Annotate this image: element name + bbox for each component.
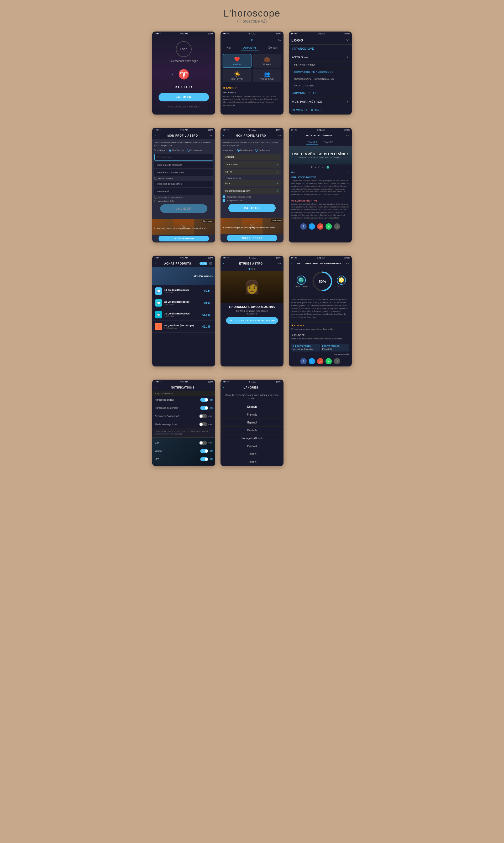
edit-icon-heure[interactable]: ✓ xyxy=(277,171,279,173)
carousel-next[interactable]: › xyxy=(194,72,196,76)
langues-back[interactable]: ‹ xyxy=(223,386,224,389)
download-btn-1[interactable]: TÉLÉCHARGER xyxy=(159,236,209,242)
menu-sub-horo-perso[interactable]: HOROSCOPE PERSONNALISÉ xyxy=(289,75,352,82)
menu-item-astro[interactable]: ASTRO ++ ∧ xyxy=(289,53,352,62)
twitter-share-btn[interactable]: t xyxy=(309,223,315,230)
etudes-aa[interactable]: AA xyxy=(278,262,281,265)
text-size-icon[interactable]: AA xyxy=(278,39,281,41)
validate-profile-btn-filled[interactable]: VALIDER xyxy=(228,204,275,212)
decouvrir-btn[interactable]: DÉCOUVREZ VOTRE HOROSCOPE xyxy=(226,317,278,324)
edit-icon-name[interactable]: ✓ xyxy=(277,156,279,158)
toggle-sound[interactable] xyxy=(199,441,207,445)
langue-item-chinois-2[interactable]: Chinois xyxy=(220,458,284,466)
close-icon[interactable]: ✕ xyxy=(346,38,349,42)
radio-femme-empty[interactable]: Une femme xyxy=(169,149,184,152)
aspect-tab-2[interactable]: Aspect 2 xyxy=(322,140,334,144)
edit-icon-date[interactable]: ✓ xyxy=(277,163,279,166)
menu-item-voyance[interactable]: VOYANCE LIVE xyxy=(289,45,352,53)
toggle-1[interactable] xyxy=(200,398,208,402)
checkbox-heure-empty[interactable]: Heure inconnue xyxy=(154,177,213,180)
product-item-4[interactable]: ❓ 50 Questions (Horoscope) 50 Questions … xyxy=(152,321,215,333)
share-btn[interactable]: ⬆ xyxy=(334,223,340,230)
checkbox-email-filled-chk[interactable] xyxy=(222,195,225,198)
field-email-filled[interactable]: monemail2@gmail.com ∨ xyxy=(222,188,282,194)
field-heure-empty[interactable]: Votre heure de naissance xyxy=(154,170,213,176)
tab-yesterday[interactable]: Hier xyxy=(224,46,233,50)
checkbox-cgv-empty[interactable]: Acceptation CGV xyxy=(154,200,213,202)
menu-sub-etudes[interactable]: ETUDES ASTRO xyxy=(289,62,352,69)
etudes-back[interactable]: ‹ xyxy=(223,262,224,265)
horo-perso-back[interactable]: ‹ xyxy=(291,134,292,137)
menu-sub-profil[interactable]: PROFIL ASTRO xyxy=(289,82,352,89)
compat-back[interactable]: ‹ xyxy=(291,262,292,265)
field-date-empty[interactable]: Votre date de naissance xyxy=(154,162,213,168)
achat-back[interactable]: ‹ xyxy=(155,262,156,265)
langue-item-espanol[interactable]: Espanol xyxy=(220,419,284,427)
facebook-share-btn[interactable]: f xyxy=(300,223,307,230)
whatsapp-share-btn[interactable]: w xyxy=(325,223,332,230)
cart-icon[interactable]: 🛒 xyxy=(209,262,213,265)
field-date-filled[interactable]: 19 oct. 1983 ✓ xyxy=(222,161,282,168)
tab-today[interactable]: Aujourd'hui xyxy=(241,46,258,50)
horo-perso-aa[interactable]: AA xyxy=(346,134,349,137)
aspect-tab-1[interactable]: Aspect 1 xyxy=(306,140,318,144)
langue-item-deutsch[interactable]: Deutsch xyxy=(220,427,284,435)
toggle-2[interactable] xyxy=(200,406,208,410)
validate-button[interactable]: VALIDER xyxy=(159,93,209,101)
notifs-back[interactable]: ‹ xyxy=(155,386,156,389)
toggle-3[interactable] xyxy=(199,414,207,418)
product-item-3[interactable]: 💬 30 Crédits (Horoscope) 30 Crédits €13.… xyxy=(152,309,215,321)
cat-bienetre[interactable]: ☀️ BIEN-ÊTRE xyxy=(222,69,251,82)
hamburger-icon[interactable]: ☰ xyxy=(223,38,226,42)
checkbox-email[interactable] xyxy=(154,196,157,198)
toggle-vibration[interactable] xyxy=(200,449,208,453)
astro-nav-next[interactable]: › xyxy=(348,171,349,174)
field-ville-empty[interactable]: Votre ville de naissance xyxy=(154,181,213,187)
compat-sh-btn[interactable]: ⬆ xyxy=(334,358,340,364)
radio-homme-filled[interactable]: Un homme xyxy=(255,149,270,152)
googleplus-share-btn[interactable]: g+ xyxy=(317,223,323,230)
compat-gp-btn[interactable]: g+ xyxy=(317,358,323,364)
field-prenom-filled[interactable]: Anabella ✓ xyxy=(222,154,282,160)
back-arrow-filled[interactable]: ‹ xyxy=(223,134,224,137)
compat-fb-btn[interactable]: f xyxy=(300,358,307,364)
langue-item-portugues[interactable]: Português (Brasil) xyxy=(220,435,284,442)
cat-amour[interactable]: ❤️ AMOUR xyxy=(222,54,251,68)
edit-icon-ville[interactable]: ✓ xyxy=(277,182,279,185)
profile-aa-empty[interactable]: AA xyxy=(210,134,213,137)
download-btn-2[interactable]: TÉLÉCHARGER xyxy=(227,235,277,241)
langue-item-chinois-1[interactable]: Chinois xyxy=(220,450,284,458)
back-arrow-empty[interactable]: ‹ xyxy=(155,134,156,137)
menu-item-params[interactable]: MES PARAMÈTRES ∨ xyxy=(289,98,352,106)
compat-wp-btn[interactable]: w xyxy=(325,358,332,364)
checkbox-heure-inconnue[interactable] xyxy=(154,177,157,180)
cat-travail[interactable]: 💼 TRAVAIL xyxy=(253,54,282,68)
checkbox-email-filled[interactable]: Acceptation relance e-mail xyxy=(222,195,282,198)
profile-aa-filled[interactable]: AA xyxy=(278,134,281,137)
dont-know-sign[interactable]: Je ne connais pas mon signe > xyxy=(152,105,215,108)
tab-tomorrow[interactable]: Demain xyxy=(267,46,280,50)
checkbox-heure-filled[interactable]: Heure inconnue xyxy=(222,177,282,179)
toggle-led[interactable] xyxy=(200,457,208,461)
checkbox-cgv[interactable] xyxy=(154,200,157,202)
checkbox-email-empty[interactable]: Acceptation relance e-mail xyxy=(154,196,213,198)
field-heure-filled[interactable]: 13 : 51 ✓ xyxy=(222,169,282,175)
field-prenom-empty[interactable]: Votre prénom xyxy=(154,154,213,160)
menu-item-tutoriel[interactable]: REVOIR LE TUTORIEL xyxy=(289,106,352,115)
compat-tw-btn[interactable]: t xyxy=(309,358,315,364)
validate-profile-btn-empty[interactable]: VALIDER xyxy=(160,205,207,213)
radio-homme-empty[interactable]: Un homme xyxy=(187,149,202,152)
carousel-prev[interactable]: ‹ xyxy=(172,72,173,76)
checkbox-heure-inconnue-filled[interactable] xyxy=(222,177,225,179)
checkbox-cgv-filled[interactable]: Acceptation CGV xyxy=(222,199,282,202)
edit-icon-email[interactable]: ∨ xyxy=(277,190,279,192)
field-ville-filled[interactable]: Nice ✓ xyxy=(222,180,282,187)
radio-femme-filled[interactable]: Une femme xyxy=(237,149,253,152)
toggle-4[interactable] xyxy=(199,422,207,426)
langue-item-english[interactable]: English xyxy=(220,403,284,411)
menu-sub-compat[interactable]: COMPATIBILITÉ AMOUREUSE xyxy=(289,69,352,75)
langue-item-francais[interactable]: Français xyxy=(220,411,284,419)
product-item-2[interactable]: 💬 20 Crédits (Horoscope) 20 Crédits €9.9… xyxy=(152,297,215,309)
menu-item-supprimer[interactable]: SUPPRIMER LA PUB xyxy=(289,89,352,98)
checkbox-cgv-filled-chk[interactable] xyxy=(222,199,225,202)
